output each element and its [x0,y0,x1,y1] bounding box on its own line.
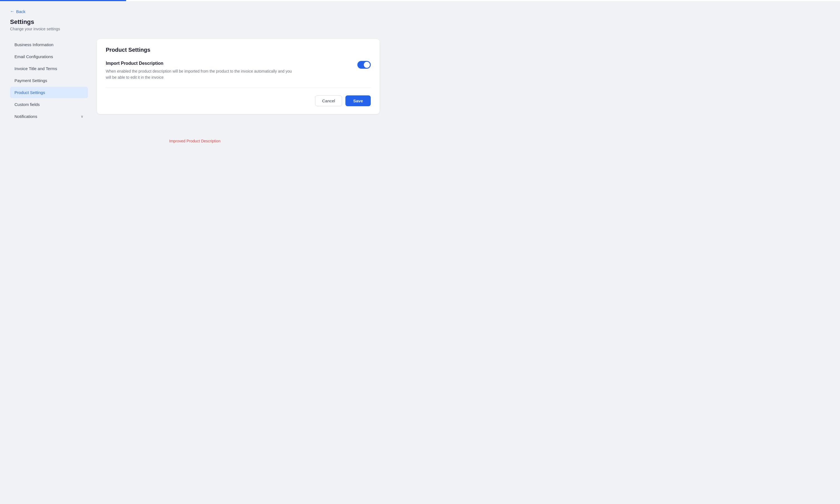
sidebar-item-notifications[interactable]: Notifications∨ [10,111,88,122]
setting-label: Import Product Description [106,61,351,66]
sidebar-item-label-payment-settings: Payment Settings [15,78,47,83]
main-content: Product Settings Import Product Descript… [97,39,380,114]
chevron-down-icon: ∨ [81,114,84,119]
sidebar-item-business-information[interactable]: Business Information [10,39,88,50]
back-arrow-icon: ← [10,9,15,14]
page-subtitle: Change your invoice settings [10,27,380,31]
toggle-slider [357,61,371,69]
back-link[interactable]: ← Back [10,9,25,14]
card-actions: Cancel Save [106,95,371,106]
setting-description: When enabled the product description wil… [106,68,295,81]
sidebar-item-email-configurations[interactable]: Email Configurations [10,51,88,62]
sidebar-item-payment-settings[interactable]: Payment Settings [10,75,88,86]
page-title: Settings [10,18,380,25]
sidebar-item-label-custom-fields: Custom fields [15,102,40,107]
sidebar: Business InformationEmail Configurations… [10,39,88,122]
sidebar-item-label-invoice-title-and-terms: Invoice Title and Terms [15,66,57,71]
import-product-description-row: Import Product Description When enabled … [106,61,371,88]
sidebar-item-label-notifications: Notifications [15,114,37,119]
import-product-desc-toggle[interactable] [357,61,371,69]
sidebar-item-invoice-title-and-terms[interactable]: Invoice Title and Terms [10,63,88,74]
bottom-notice: Improved Product Description [10,139,380,143]
sidebar-item-label-email-configurations: Email Configurations [15,54,53,59]
sidebar-item-product-settings[interactable]: Product Settings [10,87,88,98]
sidebar-item-custom-fields[interactable]: Custom fields [10,99,88,110]
progress-indicator [0,0,126,1]
product-settings-card: Product Settings Import Product Descript… [97,39,380,114]
content-layout: Business InformationEmail Configurations… [10,39,380,122]
cancel-button[interactable]: Cancel [315,95,342,106]
setting-info: Import Product Description When enabled … [106,61,351,81]
sidebar-item-label-product-settings: Product Settings [15,90,45,95]
save-button[interactable]: Save [345,95,371,106]
card-title: Product Settings [106,47,371,53]
back-link-label: Back [16,9,25,14]
top-progress-bar [0,0,840,1]
sidebar-item-label-business-information: Business Information [15,42,53,47]
